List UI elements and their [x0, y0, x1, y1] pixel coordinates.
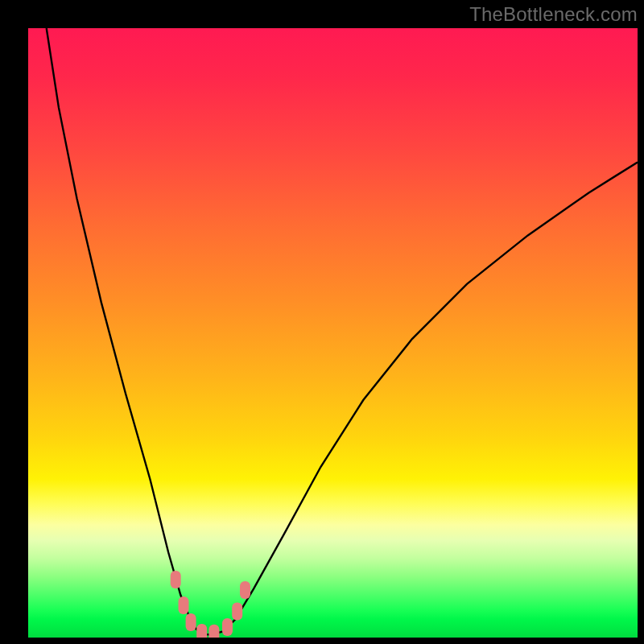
curve-marker — [232, 602, 242, 620]
curve-marker — [179, 597, 189, 614]
curve-marker — [186, 613, 196, 631]
curve-marker — [208, 625, 219, 638]
curve-marker — [240, 581, 250, 599]
curve-marker — [196, 624, 207, 638]
plot-area — [28, 28, 638, 638]
markers-group — [171, 571, 250, 638]
bottleneck-curve — [47, 28, 638, 634]
chart-svg — [28, 28, 638, 638]
curve-marker — [222, 618, 233, 636]
chart-frame: TheBottleneck.com — [0, 0, 644, 644]
curve-marker — [171, 571, 181, 588]
watermark-text: TheBottleneck.com — [469, 3, 638, 26]
